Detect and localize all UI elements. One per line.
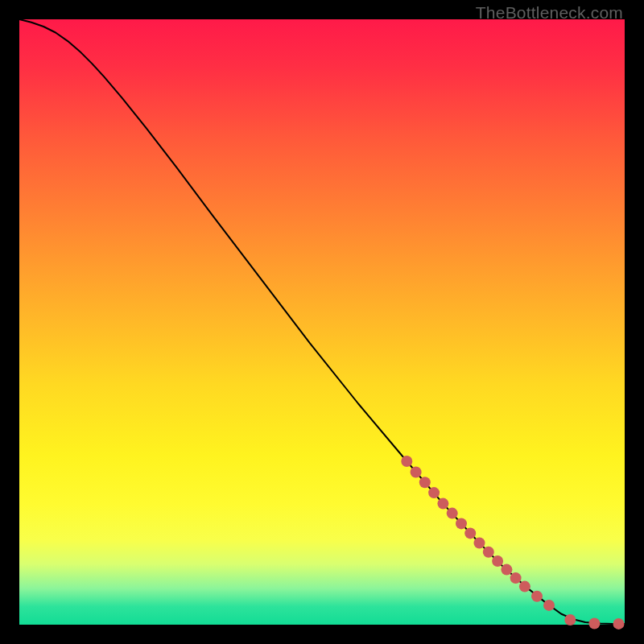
marker-dot	[588, 618, 600, 630]
marker-dot	[437, 498, 448, 510]
marker-dot	[419, 477, 431, 488]
watermark-text: TheBottleneck.com	[476, 3, 623, 23]
marker-group	[401, 456, 624, 630]
marker-dot	[428, 487, 440, 498]
marker-dot	[492, 555, 503, 567]
marker-dot	[464, 527, 476, 539]
plot-area	[19, 19, 625, 625]
marker-dot	[411, 467, 422, 478]
chart-svg	[19, 19, 625, 625]
marker-dot	[501, 564, 512, 576]
marker-dot	[564, 614, 576, 625]
curve-line	[19, 19, 625, 624]
marker-dot	[474, 538, 485, 549]
marker-dot	[456, 518, 467, 529]
marker-dot	[447, 508, 458, 519]
outer-frame: TheBottleneck.com	[0, 0, 644, 644]
marker-dot	[543, 600, 555, 611]
marker-dot	[401, 456, 412, 467]
marker-dot	[531, 591, 543, 602]
marker-dot	[510, 572, 522, 584]
marker-dot	[483, 547, 494, 558]
marker-dot	[519, 581, 530, 592]
marker-dot	[613, 618, 625, 630]
